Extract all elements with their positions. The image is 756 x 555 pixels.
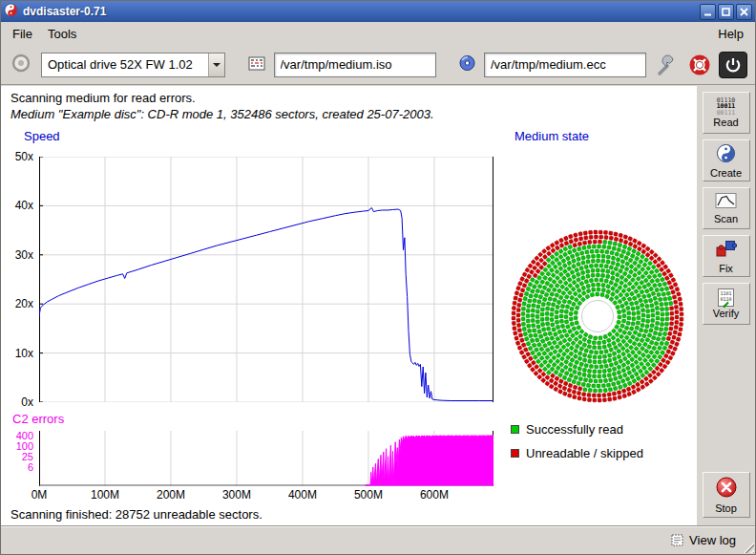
legend-swatch-read [511, 425, 519, 434]
view-log-button[interactable]: View log [671, 533, 736, 547]
resize-grip[interactable] [742, 541, 754, 553]
toolbar: Optical drive 52X FW 1.02 [1, 45, 755, 85]
titlebar[interactable]: dvdisaster-0.71 [1, 1, 755, 22]
legend-label-unreadable: Unreadable / skipped [526, 446, 643, 460]
action-sidebar: 01110 10011 00111 Read Create Scan Fix [697, 86, 755, 525]
maximize-button[interactable] [718, 4, 734, 20]
scan-curve-icon [715, 192, 737, 212]
menu-tools[interactable]: Tools [40, 24, 84, 44]
medium-state-title: Medium state [514, 129, 589, 143]
stop-icon [715, 476, 738, 502]
close-icon [740, 8, 748, 16]
tick-label: 20x [1, 297, 33, 310]
menu-help[interactable]: Help [710, 24, 751, 44]
ecc-path-input[interactable] [484, 53, 646, 77]
read-button[interactable]: 01110 10011 00111 Read [703, 92, 750, 134]
medium-state-disc [502, 221, 693, 412]
tick-label: 25 [1, 451, 33, 462]
help-button[interactable] [686, 52, 713, 78]
tick-label: 100M [78, 488, 132, 502]
menubar: File Tools Help [1, 22, 755, 45]
drive-select-value: Optical drive 52X FW 1.02 [42, 53, 208, 76]
tick-label: 600M [408, 488, 461, 502]
status-line-2: Medium "Example disc": CD-R mode 1, 3524… [10, 107, 434, 121]
legend-item-read: Successfully read [511, 422, 623, 437]
stop-button-label: Stop [715, 502, 737, 514]
ecc-image-icon [458, 54, 476, 75]
drawing-area: Scanning medium for read errors. Medium … [1, 86, 699, 525]
legend-swatch-unreadable [511, 449, 519, 458]
binary-read-icon: 01110 10011 00111 [717, 97, 736, 117]
tick-label: 0x [1, 395, 33, 409]
maximize-icon [722, 8, 730, 16]
tick-label: 500M [342, 488, 395, 502]
window-icon [4, 3, 18, 20]
create-button-label: Create [710, 167, 742, 179]
tick-label: 40x [1, 199, 33, 212]
fix-button[interactable]: Fix [703, 235, 750, 277]
stop-button[interactable]: Stop [703, 472, 750, 518]
minimize-button[interactable] [700, 4, 716, 20]
drive-status-icon [9, 51, 33, 78]
speed-chart [39, 157, 494, 402]
quit-button[interactable] [719, 52, 747, 78]
legend-label-read: Successfully read [526, 422, 623, 437]
c2-errors-chart [39, 431, 494, 486]
chevron-down-icon [208, 53, 224, 76]
lifebuoy-icon [688, 53, 711, 76]
drive-select[interactable]: Optical drive 52X FW 1.02 [41, 53, 225, 77]
tick-label: 6 [1, 461, 33, 473]
legend-item-unreadable: Unreadable / skipped [511, 446, 643, 460]
scan-result-status: Scanning finished: 28752 unreadable sect… [10, 507, 262, 522]
tick-label: 0M [12, 488, 66, 502]
scan-button-label: Scan [714, 213, 738, 224]
scan-button[interactable]: Scan [703, 187, 750, 229]
preferences-button[interactable] [654, 52, 681, 78]
fix-button-label: Fix [719, 263, 733, 274]
tick-label: 300M [210, 488, 263, 502]
iso-path-input[interactable] [274, 53, 436, 77]
tick-label: 30x [1, 248, 33, 262]
wrench-icon [656, 53, 679, 76]
tick-label: 400M [276, 488, 329, 502]
window-title: dvdisaster-0.71 [23, 5, 106, 18]
create-button[interactable]: Create [703, 139, 750, 181]
tick-label: 10x [1, 347, 33, 360]
tick-label: 50x [1, 150, 33, 163]
log-icon [671, 534, 683, 546]
checklist-icon: 1101 0110 [718, 288, 734, 307]
iso-image-icon [248, 55, 266, 75]
view-log-label: View log [689, 533, 736, 547]
speed-chart-title: Speed [24, 129, 60, 143]
verify-button-label: Verify [713, 308, 740, 319]
read-button-label: Read [713, 117, 738, 128]
puzzle-icon [715, 239, 737, 262]
yin-yang-icon [716, 143, 736, 166]
app-window: dvdisaster-0.71 File Tools Help Optical … [0, 0, 756, 555]
menu-file[interactable]: File [5, 24, 40, 44]
c2-chart-title: C2 errors [12, 412, 64, 426]
status-line-1: Scanning medium for read errors. [10, 91, 196, 105]
power-icon [724, 55, 743, 75]
minimize-icon [704, 8, 712, 16]
statusbar: View log [1, 525, 755, 554]
close-button[interactable] [736, 4, 752, 20]
tick-label: 200M [144, 488, 198, 502]
verify-button[interactable]: 1101 0110 Verify [703, 283, 750, 325]
